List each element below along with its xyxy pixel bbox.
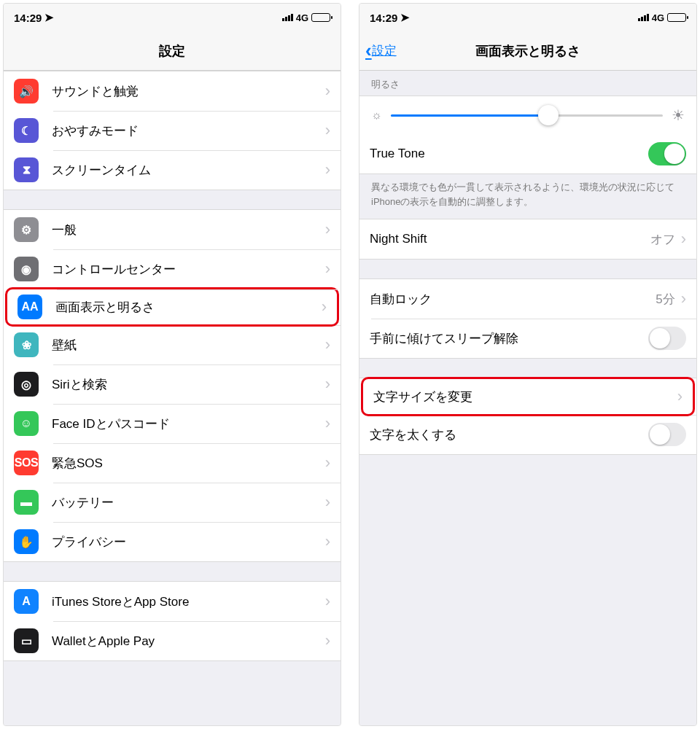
- bold-label: 文字を太くする: [370, 426, 648, 443]
- row-label: WalletとApple Pay: [52, 633, 325, 650]
- display-settings-list[interactable]: 明るさ ☼ ☀ True Tone 異なる環境でも色が一貫して表示されるように、…: [359, 71, 696, 725]
- brightness-slider-row[interactable]: ☼ ☀: [359, 96, 696, 134]
- chevron-right-icon: ›: [325, 335, 330, 354]
- status-bar: 14:29 ➤ 4G: [4, 4, 341, 31]
- sun-low-icon: ☼: [371, 109, 382, 122]
- status-bar: 14:29 ➤ 4G: [359, 4, 696, 31]
- sound-icon: 🔊: [14, 79, 39, 104]
- chevron-left-icon: ‹: [365, 39, 372, 62]
- truetone-note: 異なる環境でも色が一貫して表示されるように、環境光の状況に応じてiPhoneの表…: [359, 174, 696, 219]
- battery-icon: ▬: [14, 490, 39, 515]
- back-button[interactable]: ‹ 設定: [365, 39, 397, 62]
- appstore-icon: A: [14, 589, 39, 614]
- brightness-slider[interactable]: [391, 114, 663, 117]
- row-label: バッテリー: [52, 494, 325, 511]
- row-label: 壁紙: [52, 337, 325, 354]
- settings-row-hourglass[interactable]: ⧗スクリーンタイム›: [4, 150, 341, 190]
- battery-icon: [667, 13, 686, 22]
- privacy-icon: ✋: [14, 529, 39, 554]
- phone-display-brightness: 14:29 ➤ 4G ‹ 設定 画面表示と明るさ 明るさ ☼ ☀: [359, 3, 697, 726]
- nightshift-label: Night Shift: [370, 232, 650, 246]
- chevron-right-icon: ›: [322, 297, 327, 316]
- wallet-icon: ▭: [14, 628, 39, 653]
- chevron-right-icon: ›: [325, 453, 330, 472]
- raise-toggle[interactable]: [648, 327, 686, 350]
- chevron-right-icon: ›: [325, 414, 330, 433]
- textsize-label: 文字サイズを変更: [373, 389, 677, 405]
- text-size-row[interactable]: 文字サイズを変更 ›: [361, 377, 695, 416]
- moon-icon: ☾: [14, 118, 39, 143]
- sun-high-icon: ☀: [672, 106, 685, 124]
- chevron-right-icon: ›: [325, 631, 330, 650]
- autolock-value: 5分: [656, 291, 674, 308]
- settings-row-sos[interactable]: SOS緊急SOS›: [4, 443, 341, 483]
- row-label: 一般: [52, 222, 325, 238]
- chevron-right-icon: ›: [325, 260, 330, 278]
- settings-row-gear[interactable]: ⚙一般›: [4, 210, 341, 249]
- display-icon: AA: [18, 295, 42, 319]
- settings-row-wallet[interactable]: ▭WalletとApple Pay›: [4, 621, 341, 660]
- chevron-right-icon: ›: [681, 230, 686, 249]
- autolock-row[interactable]: 自動ロック 5分 ›: [359, 279, 696, 319]
- row-label: プライバシー: [52, 534, 325, 550]
- truetone-toggle[interactable]: [648, 142, 686, 165]
- settings-row-wallpaper[interactable]: ❀壁紙›: [4, 325, 341, 364]
- row-label: Face IDとパスコード: [52, 416, 325, 432]
- nightshift-row[interactable]: Night Shift オフ ›: [359, 219, 696, 259]
- chevron-right-icon: ›: [681, 289, 686, 308]
- truetone-label: True Tone: [370, 147, 648, 161]
- back-label: 設定: [372, 42, 397, 59]
- chevron-right-icon: ›: [325, 532, 330, 551]
- status-time: 14:29: [14, 12, 42, 24]
- settings-row-appstore[interactable]: AiTunes StoreとApp Store›: [4, 582, 341, 621]
- chevron-right-icon: ›: [325, 121, 330, 140]
- gear-icon: ⚙: [14, 217, 39, 242]
- brightness-header: 明るさ: [359, 71, 696, 95]
- bold-toggle[interactable]: [648, 423, 686, 446]
- settings-row-faceid[interactable]: ☺Face IDとパスコード›: [4, 404, 341, 443]
- phone-settings: 14:29 ➤ 4G 設定 🔊サウンドと触覚›☾おやすみモード›⧗スクリーンタイ…: [3, 3, 341, 726]
- chevron-right-icon: ›: [325, 493, 330, 512]
- location-icon: ➤: [44, 11, 54, 24]
- row-label: iTunes StoreとApp Store: [52, 593, 325, 610]
- truetone-row[interactable]: True Tone: [359, 134, 696, 174]
- row-label: スクリーンタイム: [52, 162, 325, 179]
- row-label: コントロールセンター: [52, 261, 325, 278]
- row-label: 画面表示と明るさ: [55, 299, 322, 316]
- autolock-label: 自動ロック: [370, 291, 656, 308]
- settings-row-siri[interactable]: ◎Siriと検索›: [4, 364, 341, 404]
- signal-icon: [282, 14, 293, 21]
- settings-row-moon[interactable]: ☾おやすみモード›: [4, 111, 341, 150]
- settings-row-battery[interactable]: ▬バッテリー›: [4, 483, 341, 522]
- raise-label: 手前に傾けてスリープ解除: [370, 330, 648, 347]
- wallpaper-icon: ❀: [14, 332, 39, 357]
- nav-bar: 設定: [4, 31, 341, 71]
- settings-row-sound[interactable]: 🔊サウンドと触覚›: [4, 71, 341, 111]
- bold-text-row[interactable]: 文字を太くする: [359, 415, 696, 454]
- chevron-right-icon: ›: [677, 387, 682, 406]
- settings-list[interactable]: 🔊サウンドと触覚›☾おやすみモード›⧗スクリーンタイム›⚙一般›◉コントロールセ…: [4, 71, 341, 725]
- row-label: サウンドと触覚: [52, 83, 325, 100]
- sos-icon: SOS: [14, 451, 39, 475]
- settings-row-display[interactable]: AA画面表示と明るさ›: [5, 287, 339, 327]
- hourglass-icon: ⧗: [14, 157, 39, 182]
- row-label: 緊急SOS: [52, 455, 325, 472]
- nightshift-value: オフ: [650, 231, 675, 248]
- siri-icon: ◎: [14, 372, 39, 397]
- raise-to-wake-row[interactable]: 手前に傾けてスリープ解除: [359, 319, 696, 358]
- signal-icon: [638, 14, 649, 21]
- chevron-right-icon: ›: [325, 592, 330, 611]
- page-title: 設定: [159, 42, 185, 60]
- page-title: 画面表示と明るさ: [475, 42, 580, 60]
- control-icon: ◉: [14, 257, 39, 281]
- nav-bar: ‹ 設定 画面表示と明るさ: [359, 31, 696, 71]
- network-label: 4G: [652, 12, 664, 23]
- row-label: おやすみモード: [52, 122, 325, 139]
- chevron-right-icon: ›: [325, 375, 330, 394]
- status-time: 14:29: [370, 12, 397, 24]
- row-label: Siriと検索: [52, 376, 325, 393]
- chevron-right-icon: ›: [325, 160, 330, 179]
- network-label: 4G: [296, 12, 308, 23]
- settings-row-control[interactable]: ◉コントロールセンター›: [4, 249, 341, 289]
- settings-row-privacy[interactable]: ✋プライバシー›: [4, 522, 341, 561]
